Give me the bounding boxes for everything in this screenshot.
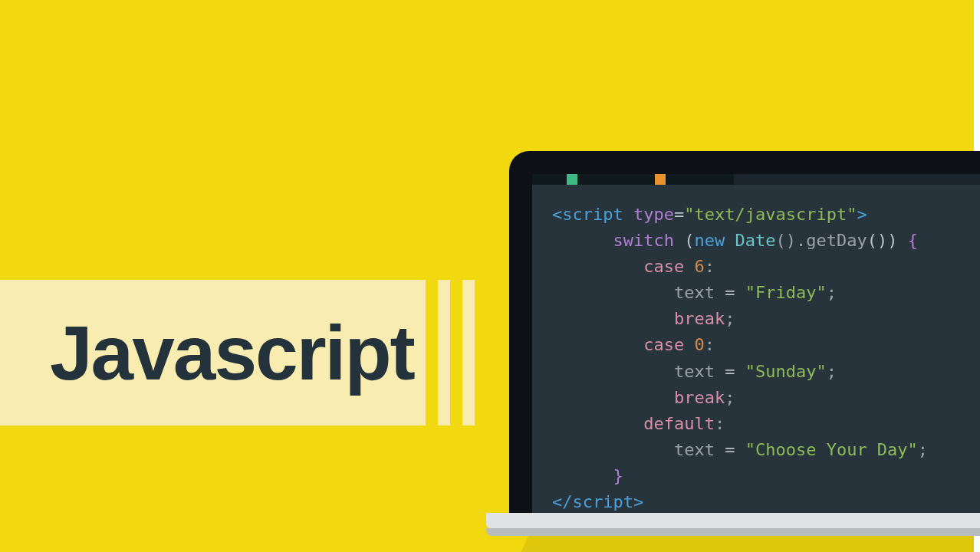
colon: : <box>705 335 715 354</box>
var-text: text <box>674 362 715 381</box>
kw-switch: switch <box>613 231 673 250</box>
assign: = <box>715 283 745 302</box>
assign: = <box>715 440 745 459</box>
kw-break: break <box>674 309 725 328</box>
method-getday: getDay <box>806 231 867 250</box>
kw-case: case <box>643 257 684 276</box>
num-6: 6 <box>694 257 704 276</box>
var-text: text <box>674 440 715 459</box>
tab-indicator-orange <box>655 174 666 185</box>
equals: = <box>674 205 684 224</box>
title-band-main: Javascript <box>0 280 426 426</box>
kw-case: case <box>643 335 684 354</box>
title-band-stripe-1 <box>438 280 450 426</box>
laptop: <script type="text/javascript"> switch (… <box>509 151 980 552</box>
brace-open: { <box>908 231 918 250</box>
lparen: ( <box>674 231 695 250</box>
tag-close: > <box>857 205 867 224</box>
tab-area-right <box>734 174 980 185</box>
semi: ; <box>827 283 837 302</box>
attr-value: "text/javascript" <box>684 205 857 224</box>
laptop-screen: <script type="text/javascript"> switch (… <box>532 174 980 519</box>
str-choose: "Choose Your Day" <box>745 440 918 459</box>
title-band-stripe-2 <box>462 280 475 426</box>
colon: : <box>715 414 725 433</box>
kw-new: new <box>694 231 735 250</box>
tab-indicator-green <box>567 174 577 185</box>
rparen: ()) <box>867 231 908 250</box>
semi: ; <box>827 362 837 381</box>
title-band: Javascript <box>0 280 475 426</box>
colon: : <box>705 257 715 276</box>
tag-open: <script <box>552 205 623 224</box>
laptop-bezel: <script type="text/javascript"> switch (… <box>509 151 980 519</box>
semi: ; <box>918 440 928 459</box>
title-text: Javascript <box>50 309 414 397</box>
semi: ; <box>725 388 735 407</box>
call-dot: (). <box>775 231 806 250</box>
laptop-base <box>486 513 980 528</box>
assign: = <box>715 362 745 381</box>
laptop-base-lip <box>486 528 980 536</box>
editor-tabbar <box>532 174 980 185</box>
str-friday: "Friday" <box>745 283 827 302</box>
code-block: <script type="text/javascript"> switch (… <box>532 185 980 515</box>
attr-name: type <box>633 205 674 224</box>
brace-close: } <box>613 466 623 485</box>
num-0: 0 <box>694 335 704 354</box>
str-sunday: "Sunday" <box>745 362 827 381</box>
tag-gt: > <box>633 492 643 511</box>
sp <box>684 257 694 276</box>
kw-default: default <box>643 414 715 433</box>
kw-break: break <box>674 388 725 407</box>
var-text: text <box>674 283 715 302</box>
sp <box>684 335 694 354</box>
tag-end: </script <box>552 492 633 511</box>
type-date: Date <box>735 231 775 250</box>
semi: ; <box>725 309 735 328</box>
